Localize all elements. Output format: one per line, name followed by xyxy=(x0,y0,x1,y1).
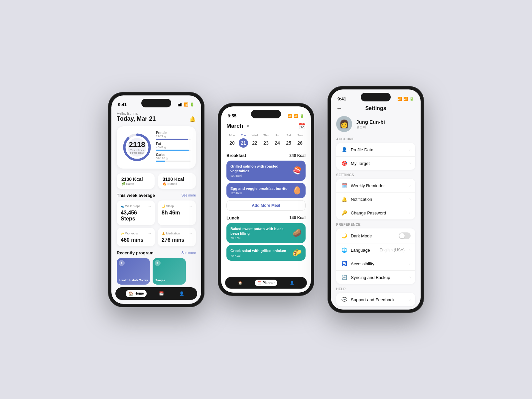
program-card-1[interactable]: ▶ Health Habits Today xyxy=(117,258,150,285)
change-password-row[interactable]: 🔑 Change Password › xyxy=(336,206,415,219)
settings-group: 🗓️ Weekly Reminder › 🔔 Notification › 🔑 … xyxy=(336,179,415,219)
week-row: Mon 20 Tue 21 Wed 22 Thu 23 xyxy=(226,134,306,148)
meal1-emoji: 🍣 xyxy=(293,166,302,175)
planner-icon: 📅 xyxy=(159,291,164,296)
workouts-dots[interactable]: ··· xyxy=(148,231,151,236)
svg-rect-3 xyxy=(182,103,183,106)
meditation-dots[interactable]: ··· xyxy=(189,231,192,236)
day-sat[interactable]: Sat 25 xyxy=(283,134,294,148)
day-mon[interactable]: Mon 20 xyxy=(226,134,238,148)
syncing-backup-row[interactable]: 🔄 Syncing and Backup › xyxy=(336,271,415,284)
see-more-btn[interactable]: See more xyxy=(182,194,196,197)
day-fri[interactable]: Fri 24 xyxy=(272,134,283,148)
nav2-home-btn[interactable]: 🏠 xyxy=(235,280,245,286)
nav-profile-btn[interactable]: 👤 xyxy=(177,290,187,297)
meal1-kcal: 120 Kcal xyxy=(230,174,293,178)
lunch-title: Lunch xyxy=(226,215,239,220)
profile-data-chevron: › xyxy=(409,147,411,152)
language-chevron: › xyxy=(409,248,411,252)
month-dropdown-icon: ▼ xyxy=(246,124,250,129)
month-title[interactable]: March ▼ xyxy=(226,123,250,129)
my-target-chevron: › xyxy=(409,161,411,166)
calendar-icon[interactable]: 📅 xyxy=(298,122,306,130)
play-icon-1[interactable]: ▶ xyxy=(119,260,125,266)
phone-settings: 9:41 📶 📶 🔋 ← Settings 👩 Jung Eun-bi 정은비 xyxy=(328,86,424,313)
greeting: Hello, Eunha! xyxy=(117,111,196,115)
language-icon: 🌐 xyxy=(341,247,347,253)
day-tue[interactable]: Tue 21 xyxy=(238,134,249,148)
svg-rect-2 xyxy=(180,103,181,106)
carbs-val: 32/120 g xyxy=(156,157,191,160)
my-target-icon: 🎯 xyxy=(341,161,347,166)
dynamic-island-2 xyxy=(251,110,281,118)
recently-title: Recently program xyxy=(117,250,154,255)
toggle-knob xyxy=(399,233,405,238)
back-button[interactable]: ← xyxy=(336,105,342,112)
breakfast-section: Breakfast 240 Kcal Grilled salmon with r… xyxy=(226,153,306,211)
support-chevron: › xyxy=(409,297,411,302)
dark-mode-row[interactable]: 🌙 Dark Mode xyxy=(336,228,415,243)
notification-row[interactable]: 🔔 Notification › xyxy=(336,193,415,206)
support-label: Support and Feedback xyxy=(351,297,406,302)
calorie-number: 2118 xyxy=(129,140,145,149)
my-target-row[interactable]: 🎯 My Target › xyxy=(336,157,415,170)
time-2: 9:55 xyxy=(228,113,236,118)
workouts-val: 460 mins xyxy=(121,237,151,243)
fat-val: 40/42 g xyxy=(156,146,191,149)
dark-mode-toggle[interactable] xyxy=(399,232,411,239)
accessibility-row[interactable]: ♿ Accessibility › xyxy=(336,257,415,271)
play-icon-2[interactable]: ▶ xyxy=(155,260,161,266)
program-card-2[interactable]: ▶ Simple xyxy=(153,258,186,285)
bottom-nav-2: 🏠 📅 Planner 👤 xyxy=(225,277,307,289)
stats-grid: 👟 Walk Steps ··· 43,456 Steps 🌙 Sleep ··… xyxy=(117,200,196,246)
profile-section: 👩 Jung Eun-bi 정은비 xyxy=(336,116,415,132)
accessibility-icon: ♿ xyxy=(341,261,347,266)
my-target-label: My Target xyxy=(351,161,406,166)
eaten-card: 2100 Kcal 🌿 Eaten xyxy=(117,173,155,189)
walk-card: 👟 Walk Steps ··· 43,456 Steps xyxy=(117,200,155,225)
change-password-icon: 🔑 xyxy=(341,210,347,215)
day-thu[interactable]: Thu 23 xyxy=(260,134,272,148)
weekly-reminder-row[interactable]: 🗓️ Weekly Reminder › xyxy=(336,179,415,193)
week-avg-title: This week average xyxy=(117,193,155,198)
date-display: Today, Mar 21 xyxy=(117,115,156,122)
svg-rect-1 xyxy=(179,104,180,106)
status-icons-1: 📶 🔋 xyxy=(178,102,195,107)
add-meal-button[interactable]: Add More Meal xyxy=(226,200,306,211)
nav2-planner-btn[interactable]: 📅 Planner xyxy=(255,280,278,286)
preference-section-label: PREFERENCE xyxy=(336,223,415,226)
protein-val: 27/29 g xyxy=(156,135,191,138)
time-1: 9:41 xyxy=(118,102,127,107)
card1-text: Health Habits Today xyxy=(119,279,148,283)
meal4-name: Greek salad with grilled chicken xyxy=(230,248,286,253)
recently-see-more[interactable]: See more xyxy=(182,251,196,255)
day-wed[interactable]: Wed 22 xyxy=(249,134,260,148)
notification-chevron: › xyxy=(409,197,411,201)
meal-2-card[interactable]: Egg and veggie breakfast burrito 120 Kca… xyxy=(226,183,306,198)
nav2-profile-btn[interactable]: 👤 xyxy=(287,280,297,286)
sleep-card: 🌙 Sleep ··· 8h 46m xyxy=(158,200,196,225)
sleep-label: 🌙 Sleep xyxy=(162,204,174,208)
profile-data-row[interactable]: 👤 Profile Data › xyxy=(336,143,415,157)
walk-dots[interactable]: ··· xyxy=(148,204,151,208)
day-sun[interactable]: Sun 26 xyxy=(294,134,306,148)
meal-1-card[interactable]: Grilled salmon with roasted vegetables 1… xyxy=(226,161,306,181)
meal-4-card[interactable]: Greek salad with grilled chicken 70 Kcal… xyxy=(226,245,306,260)
language-row[interactable]: 🌐 Language English (USA) › xyxy=(336,243,415,257)
card2-text: Simple xyxy=(155,279,165,283)
eaten-burned-row: 2100 Kcal 🌿 Eaten 3120 Kcal 🔥 Burned xyxy=(117,173,196,189)
avatar[interactable]: 👩 xyxy=(336,116,352,132)
bottom-nav-1: 🏠 Home 📅 👤 xyxy=(115,287,197,300)
support-row[interactable]: 💬 Support and Feedback › xyxy=(336,293,415,306)
nav-planner-btn[interactable]: 📅 xyxy=(156,290,167,297)
meal-3-card[interactable]: Baked sweet potato with black bean filli… xyxy=(226,223,306,243)
sleep-dots[interactable]: ··· xyxy=(189,204,192,208)
meal2-emoji: 🥚 xyxy=(293,186,302,195)
bell-icon[interactable]: 🔔 xyxy=(189,116,196,122)
notification-label: Notification xyxy=(351,197,406,202)
meditation-card: 🧘 Meditation ··· 276 mins xyxy=(158,228,196,246)
workouts-label: ✨ Workouts xyxy=(121,232,138,235)
recently-header: Recently program See more xyxy=(117,250,196,255)
weekly-reminder-chevron: › xyxy=(409,183,411,188)
nav-home-btn[interactable]: 🏠 Home xyxy=(126,290,147,297)
